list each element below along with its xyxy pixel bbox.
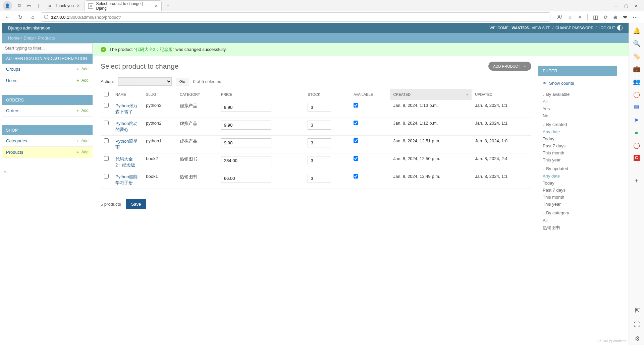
more-icon[interactable]: ⋯ (633, 14, 638, 20)
back-button[interactable]: ← (3, 12, 12, 22)
toolbar-icons: A⁾ ☆ ✧ ◫ ✩ ⊕ ❤ ⋯ (554, 14, 641, 20)
window-controls: — ▢ ✕ (614, 3, 644, 8)
collections-icon[interactable]: ⊕ (613, 14, 618, 20)
browser-tab-1[interactable]: 🗎 Thank you ✕ (44, 0, 83, 11)
tab-actions-icon[interactable]: ▭ (25, 2, 33, 10)
page-icon: 🗎 (88, 3, 93, 9)
maximize-icon[interactable]: ▢ (624, 3, 628, 8)
favorite-icon[interactable]: ☆ (568, 14, 572, 20)
tab-row: 👤 ⧉ ▭ | 🗎 Thank you ✕ 🗎 Select product t… (0, 0, 644, 11)
refresh-button[interactable]: ↻ (15, 12, 25, 22)
url-text: 127.0.0.1:8000/admin/shop/product/ (51, 15, 121, 20)
address-bar[interactable]: ⓘ 127.0.0.1:8000/admin/shop/product/ (41, 12, 550, 22)
new-tab-button[interactable]: ＋ (163, 1, 172, 10)
page-icon: 🗎 (47, 3, 52, 8)
tab-title: Select product to change | Djang (96, 1, 152, 11)
split-icon[interactable]: ◫ (587, 14, 598, 20)
browser-health-icon[interactable]: ❤ (623, 14, 627, 20)
read-aloud-icon[interactable]: A⁾ (557, 14, 562, 20)
home-button[interactable]: ⌂ (28, 12, 38, 22)
minimize-icon[interactable]: — (614, 3, 618, 8)
browser-chrome: 👤 ⧉ ▭ | 🗎 Thank you ✕ 🗎 Select product t… (0, 0, 644, 23)
extensions-icon[interactable]: ✧ (578, 14, 582, 20)
tab-divider: | (34, 2, 42, 10)
workspaces-icon[interactable]: ⧉ (15, 2, 23, 10)
site-info-icon[interactable]: ⓘ (44, 14, 48, 20)
tab-title: Thank you (55, 3, 74, 8)
profile-icon[interactable]: 👤 (3, 1, 12, 10)
favorites-list-icon[interactable]: ✩ (603, 14, 608, 20)
close-icon[interactable]: ✕ (76, 3, 80, 8)
address-row: ← ↻ ⌂ ⓘ 127.0.0.1:8000/admin/shop/produc… (0, 11, 644, 23)
close-window-icon[interactable]: ✕ (634, 3, 638, 8)
close-icon[interactable]: ✕ (155, 4, 158, 8)
browser-tab-2[interactable]: 🗎 Select product to change | Djang ✕ (85, 0, 162, 11)
